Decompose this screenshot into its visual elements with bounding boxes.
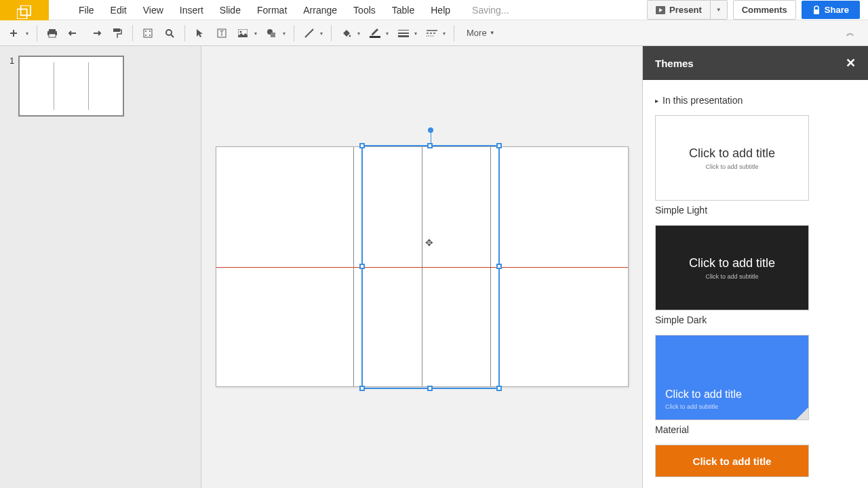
- menu-insert[interactable]: Insert: [172, 1, 212, 20]
- theme-simple-dark[interactable]: Click to add title Click to add subtitle…: [655, 225, 856, 325]
- line-weight-button[interactable]: [394, 24, 420, 43]
- themes-section-label[interactable]: ▸In this presentation: [655, 89, 856, 115]
- menu-edit[interactable]: Edit: [102, 1, 135, 20]
- theme-preview-title: Click to add title: [689, 256, 775, 270]
- svg-text:T: T: [220, 30, 224, 37]
- slide-thumbnail-panel: 1: [0, 46, 201, 488]
- textbox-tool[interactable]: T: [212, 24, 231, 43]
- image-icon: [238, 29, 248, 37]
- svg-rect-4: [814, 9, 819, 14]
- themes-title: Themes: [655, 58, 694, 69]
- svg-rect-0: [17, 9, 27, 19]
- print-button[interactable]: [43, 24, 62, 43]
- shape-tool[interactable]: [262, 24, 288, 43]
- themes-header: Themes ✕: [643, 46, 868, 80]
- menu-view[interactable]: View: [135, 1, 172, 20]
- menu-items: File Edit View Insert Slide Format Arran…: [71, 1, 458, 20]
- resize-handle-s[interactable]: [427, 386, 433, 391]
- app-logo[interactable]: [0, 0, 49, 20]
- close-themes-button[interactable]: ✕: [846, 56, 856, 70]
- print-icon: [47, 28, 58, 38]
- fill-color-button[interactable]: [337, 24, 363, 43]
- theme-simple-light[interactable]: Click to add title Click to add subtitle…: [655, 115, 856, 216]
- svg-rect-5: [49, 29, 56, 31]
- redo-button[interactable]: [86, 24, 105, 43]
- slide-canvas-area[interactable]: ✥: [201, 46, 642, 488]
- menu-slide[interactable]: Slide: [212, 1, 249, 20]
- shape-icon: [267, 28, 276, 38]
- svg-rect-22: [398, 30, 409, 30]
- svg-rect-23: [398, 33, 409, 34]
- textbox-icon: T: [217, 28, 226, 38]
- resize-handle-ne[interactable]: [496, 143, 502, 148]
- new-slide-button[interactable]: [5, 24, 31, 43]
- rotation-handle[interactable]: [428, 127, 433, 133]
- resize-handle-w[interactable]: [359, 264, 365, 269]
- zoom-button[interactable]: [160, 24, 179, 43]
- slide-canvas[interactable]: ✥: [216, 146, 629, 387]
- svg-rect-7: [49, 34, 56, 37]
- chevron-down-icon: ▼: [490, 30, 495, 36]
- slide-thumbnail-1[interactable]: 1: [9, 56, 191, 117]
- resize-handle-se[interactable]: [496, 386, 502, 391]
- color-swatch: [370, 36, 380, 38]
- separator: [331, 25, 332, 41]
- svg-rect-8: [113, 28, 120, 32]
- resize-handle-e[interactable]: [496, 264, 502, 269]
- menu-arrange[interactable]: Arrange: [295, 1, 345, 20]
- svg-rect-24: [398, 35, 409, 37]
- themes-body: ▸In this presentation Click to add title…: [643, 80, 868, 488]
- move-cursor-icon: ✥: [425, 237, 433, 248]
- present-button[interactable]: Present: [647, 0, 711, 20]
- selected-shape[interactable]: ✥: [361, 145, 500, 389]
- image-tool[interactable]: [234, 24, 260, 43]
- svg-point-11: [149, 30, 151, 32]
- theme-material[interactable]: Click to add title Click to add subtitle…: [655, 335, 856, 435]
- caret-right-icon: ▸: [655, 97, 658, 104]
- undo-button[interactable]: [64, 24, 83, 43]
- theme-name: Simple Light: [655, 205, 856, 216]
- zoom-fit-button[interactable]: [138, 24, 157, 43]
- cursor-icon: [196, 28, 204, 38]
- menu-tools[interactable]: Tools: [345, 1, 384, 20]
- header-actions: Present ▼ Comments Share: [647, 0, 868, 20]
- theme-orange[interactable]: Click to add title: [655, 445, 856, 477]
- paint-format-button[interactable]: [108, 24, 127, 43]
- zoom-icon: [165, 28, 174, 38]
- more-button[interactable]: More▼: [460, 25, 502, 41]
- separator: [454, 25, 454, 41]
- resize-handle-sw[interactable]: [359, 386, 365, 391]
- svg-point-10: [145, 30, 146, 32]
- main-area: 1 ✥: [0, 46, 868, 488]
- save-status: Saving...: [472, 5, 509, 16]
- menu-table[interactable]: Table: [384, 1, 422, 20]
- thumbnail-preview: [18, 56, 124, 117]
- line-dash-icon: [427, 29, 437, 37]
- menu-file[interactable]: File: [71, 1, 102, 20]
- svg-point-13: [149, 35, 151, 36]
- menu-help[interactable]: Help: [422, 1, 458, 20]
- line-tool[interactable]: [300, 24, 326, 43]
- fit-icon: [143, 28, 153, 38]
- menu-format[interactable]: Format: [249, 1, 295, 20]
- select-tool[interactable]: [191, 24, 210, 43]
- theme-preview-subtitle: Click to add subtitle: [705, 163, 758, 170]
- line-dash-button[interactable]: [422, 24, 448, 43]
- collapse-toolbar-button[interactable]: ︽: [846, 27, 854, 39]
- comments-button[interactable]: Comments: [733, 0, 796, 20]
- resize-handle-nw[interactable]: [359, 143, 365, 148]
- line-icon: [304, 28, 315, 39]
- line-color-button[interactable]: [366, 24, 391, 43]
- share-label: Share: [825, 5, 849, 15]
- redo-icon: [90, 29, 101, 37]
- separator: [132, 25, 133, 41]
- theme-name: Simple Dark: [655, 314, 856, 325]
- slide-number: 1: [9, 56, 14, 117]
- theme-preview-title: Click to add title: [689, 146, 775, 161]
- separator: [184, 25, 185, 41]
- separator: [294, 25, 294, 41]
- undo-icon: [68, 29, 79, 37]
- present-dropdown[interactable]: ▼: [711, 0, 728, 20]
- share-button[interactable]: Share: [802, 1, 860, 19]
- resize-handle-n[interactable]: [427, 143, 433, 148]
